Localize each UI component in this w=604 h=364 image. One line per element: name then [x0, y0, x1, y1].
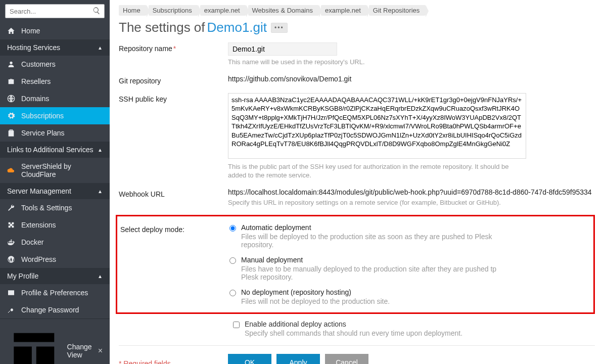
git-repo-value: https://github.com/snovikova/Demo1.git: [228, 75, 595, 83]
enable-deploy-actions-row: Enable additional deploy actions Specify…: [119, 320, 595, 337]
sidebar-item-docker[interactable]: Docker: [0, 234, 110, 251]
sidebar-item-label: Tools & Settings: [21, 204, 72, 212]
puzzle-icon: [7, 221, 15, 229]
sidebar-item-change-password[interactable]: Change Password: [0, 301, 110, 318]
sidebar-item-resellers[interactable]: Resellers: [0, 73, 110, 90]
key-icon: [7, 306, 15, 314]
breadcrumb-item[interactable]: example.net: [200, 5, 246, 16]
title-link[interactable]: Demo1.git: [207, 20, 267, 35]
hint-webhook: Specify this URL in repository settings …: [228, 198, 511, 207]
home-icon: [7, 27, 15, 35]
radio-manual[interactable]: [229, 257, 236, 264]
sidebar-section-links[interactable]: Links to Additional Services ▲: [0, 142, 110, 158]
label-ssh-key: SSH public key: [119, 93, 228, 103]
sidebar-item-extensions[interactable]: Extensions: [0, 216, 110, 234]
sidebar-item-subscriptions[interactable]: Subscriptions: [0, 107, 110, 124]
globe-icon: [7, 95, 15, 103]
sidebar-item-home[interactable]: Home: [0, 22, 110, 39]
sidebar-item-label: Resellers: [21, 77, 51, 85]
sidebar-item-customers[interactable]: Customers: [0, 56, 110, 73]
webhook-value: https://localhost.localdomain:8443/modul…: [228, 188, 595, 196]
sidebar-item-label: Customers: [21, 60, 56, 68]
deploy-option-auto[interactable]: Automatic deployment Files will be deplo…: [229, 223, 583, 249]
ok-button[interactable]: OK: [228, 354, 271, 364]
sidebar-item-label: Domains: [21, 95, 49, 103]
breadcrumb: Home Subscriptions example.net Websites …: [119, 5, 595, 16]
sidebar-item-label: Profile & Preferences: [21, 289, 88, 297]
radio-none[interactable]: [229, 290, 236, 296]
sidebar-item-label: Home: [21, 27, 40, 35]
sidebar-item-profile-prefs[interactable]: Profile & Preferences: [0, 284, 110, 301]
sidebar-item-label: Change Password: [21, 306, 79, 314]
cancel-button[interactable]: Cancel: [325, 354, 368, 364]
label-repo-name: Repository name*: [119, 42, 228, 53]
sidebar-item-tools[interactable]: Tools & Settings: [0, 199, 110, 216]
main-content: Home Subscriptions example.net Websites …: [110, 0, 604, 364]
sidebar-item-servershield[interactable]: ServerShield by CloudFlare: [0, 158, 110, 183]
breadcrumb-item[interactable]: example.net: [321, 5, 367, 16]
page-title: The settings of Demo1.git •••: [119, 20, 595, 35]
wrench-icon: [7, 204, 15, 212]
label-deploy-mode: Select deploy mode:: [120, 223, 229, 234]
sidebar-item-label: Subscriptions: [21, 112, 64, 120]
briefcase-icon: [7, 77, 15, 85]
sidebar-section-profile[interactable]: My Profile ▲: [0, 268, 110, 284]
deploy-option-manual[interactable]: Manual deployment Files have to be manua…: [229, 256, 583, 281]
label-webhook: Webhook URL: [119, 188, 228, 198]
enable-deploy-actions-desc: Specify shell commands that should run e…: [245, 329, 462, 337]
clipboard-icon: [7, 129, 15, 137]
sidebar: Home Hosting Services ▲ Customers Resell…: [0, 0, 110, 364]
docker-icon: [7, 238, 15, 246]
repo-name-input[interactable]: [228, 42, 337, 56]
breadcrumb-item[interactable]: Home: [119, 5, 147, 16]
close-icon[interactable]: ×: [98, 346, 103, 355]
chevron-up-icon: ▲: [98, 274, 103, 279]
button-row: OK Apply Cancel: [228, 354, 368, 364]
hint-repo-name: This name will be used in the repository…: [228, 58, 511, 67]
title-menu-icon[interactable]: •••: [271, 23, 288, 33]
sidebar-item-label: Docker: [21, 238, 43, 246]
deploy-option-none[interactable]: No deployment (repository hosting) Files…: [229, 288, 583, 305]
sidebar-item-label: WordPress: [21, 255, 56, 263]
chevron-up-icon: ▲: [98, 45, 103, 51]
sidebar-item-service-plans[interactable]: Service Plans: [0, 124, 110, 142]
enable-deploy-actions-label: Enable additional deploy actions: [245, 320, 462, 328]
layout-icon: [7, 324, 61, 364]
divider: [119, 345, 595, 346]
label-git-repo: Git repository: [119, 75, 228, 85]
hint-ssh-key: This is the public part of the SSH key u…: [228, 162, 511, 180]
gear-icon: [7, 112, 15, 120]
breadcrumb-item[interactable]: Git Repositories: [369, 5, 426, 16]
sidebar-section-hosting[interactable]: Hosting Services ▲: [0, 39, 110, 56]
change-view-label: Change View: [67, 343, 92, 359]
search-input[interactable]: [5, 4, 105, 18]
person-icon: [7, 60, 15, 68]
enable-deploy-actions-checkbox[interactable]: [233, 322, 240, 328]
breadcrumb-item[interactable]: Subscriptions: [149, 5, 198, 16]
sidebar-item-label: ServerShield by CloudFlare: [21, 162, 103, 178]
breadcrumb-item[interactable]: Websites & Domains: [248, 5, 319, 16]
sidebar-item-wordpress[interactable]: WordPress: [0, 251, 110, 268]
apply-button[interactable]: Apply: [276, 354, 320, 364]
ssh-key-textarea[interactable]: ssh-rsa AAAAB3NzaC1yc2EAAAADAQABAAACAQC3…: [228, 93, 526, 159]
change-view-bar[interactable]: Change View ×: [0, 318, 110, 364]
sidebar-item-label: Extensions: [21, 221, 56, 229]
id-card-icon: [7, 289, 15, 297]
required-note: * Required fields: [119, 357, 228, 364]
chevron-up-icon: ▲: [98, 189, 103, 194]
sidebar-item-domains[interactable]: Domains: [0, 90, 110, 107]
search-row: [0, 0, 110, 22]
wordpress-icon: [7, 255, 15, 263]
chevron-up-icon: ▲: [98, 147, 103, 153]
deploy-mode-section: Select deploy mode: Automatic deployment…: [116, 215, 595, 314]
sidebar-item-label: Service Plans: [21, 129, 65, 137]
cloud-icon: [7, 166, 15, 174]
sidebar-section-server[interactable]: Server Management ▲: [0, 183, 110, 199]
radio-auto[interactable]: [229, 225, 236, 232]
